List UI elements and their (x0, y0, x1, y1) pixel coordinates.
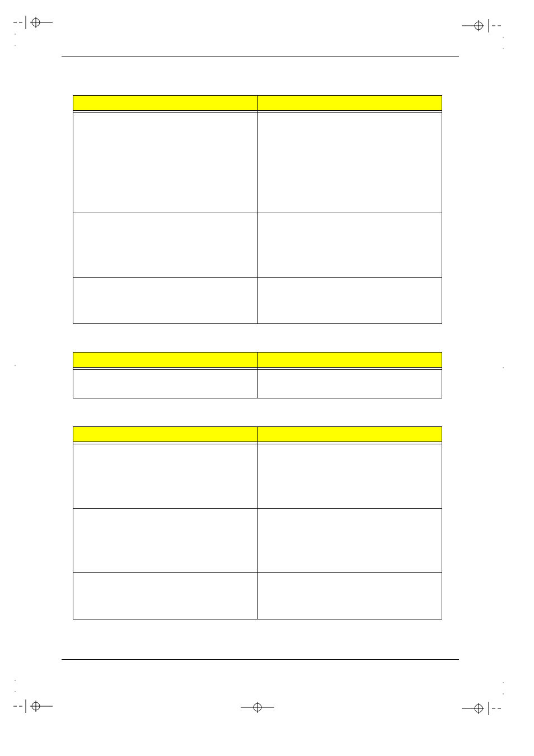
crop-mark-top-right-icon (462, 19, 507, 32)
table-row (73, 444, 442, 509)
crop-mark-bottom-right-icon (462, 702, 507, 715)
table-3-cell (73, 509, 258, 573)
crop-mark-top-left-icon (13, 16, 53, 29)
table-2 (73, 352, 442, 398)
table-3-cell (257, 509, 442, 573)
table-1-cell (257, 213, 442, 278)
table-2-header-1 (73, 353, 258, 368)
table-1-cell (257, 278, 442, 324)
page-content (73, 95, 442, 619)
table-1-cell (73, 213, 258, 278)
table-2-header-2 (257, 353, 442, 368)
table-row (73, 213, 442, 278)
table-2-cell (73, 370, 258, 398)
page-header-rule (62, 57, 459, 57)
table-3-cell (257, 444, 442, 509)
table-1-header-1 (73, 96, 258, 111)
table-row (73, 509, 442, 573)
table-3-cell (73, 573, 258, 619)
table-2-cell (257, 370, 442, 398)
table-row (73, 113, 442, 213)
page-footer-rule (62, 659, 459, 660)
table-row (73, 573, 442, 619)
crop-mark-bottom-center-icon (241, 701, 274, 714)
table-1-header-2 (257, 96, 442, 111)
table-row (73, 278, 442, 324)
table-3-cell (73, 444, 258, 509)
table-3 (73, 426, 442, 619)
crop-mark-bottom-left-icon (13, 699, 53, 713)
table-1-cell (73, 113, 258, 213)
table-1-cell (73, 278, 258, 324)
table-row (73, 370, 442, 398)
table-1 (73, 95, 442, 324)
table-3-header-2 (257, 427, 442, 442)
table-3-cell (257, 573, 442, 619)
table-3-header-1 (73, 427, 258, 442)
table-1-cell (257, 113, 442, 213)
